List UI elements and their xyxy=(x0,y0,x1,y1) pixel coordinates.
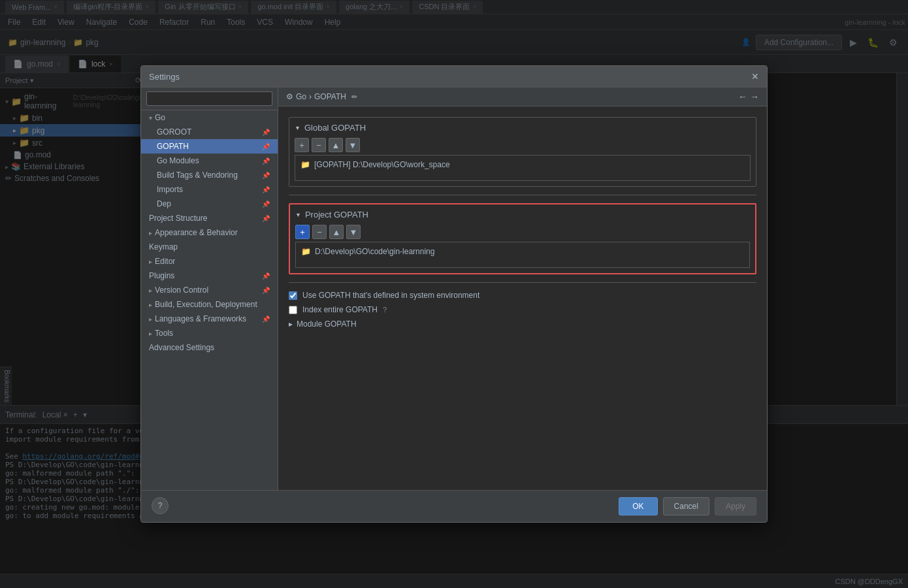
nav-plugins[interactable]: Plugins 📌 xyxy=(141,269,278,283)
vc-expand-icon: ▸ xyxy=(149,287,152,294)
settings-search-area xyxy=(141,88,278,110)
global-gopath-section: ▼ Global GOPATH + − ▲ ▼ 📁 [GOP xyxy=(289,117,756,187)
use-gopath-row: Use GOPATH that's defined in system envi… xyxy=(289,291,756,300)
breadcrumb-nav: ← → xyxy=(738,91,759,102)
nav-gomodules-label: Go Modules xyxy=(157,156,199,165)
settings-search-input[interactable] xyxy=(146,91,272,106)
global-gopath-list: 📁 [GOPATH] D:\Develop\GO\work_space xyxy=(295,155,751,181)
module-gopath-label: Module GOPATH xyxy=(297,319,357,329)
global-gopath-item[interactable]: 📁 [GOPATH] D:\Develop\GO\work_space xyxy=(298,158,747,171)
module-gopath-collapse-icon: ▸ xyxy=(289,319,293,329)
global-up-button[interactable]: ▲ xyxy=(329,138,343,152)
global-gopath-collapse-icon: ▼ xyxy=(295,125,300,131)
settings-dialog: Settings ✕ ▾ Go GOROOT 📌 GOPA xyxy=(140,65,768,523)
nav-dep[interactable]: Dep 📌 xyxy=(141,197,278,211)
nav-gopath-label: GOPATH xyxy=(157,142,189,151)
cancel-button[interactable]: Cancel xyxy=(663,497,709,515)
module-gopath-row[interactable]: ▸ Module GOPATH xyxy=(289,319,756,329)
editor-expand-icon: ▸ xyxy=(149,258,152,265)
project-gopath-collapse-icon: ▼ xyxy=(295,212,301,218)
global-gopath-toolbar: + − ▲ ▼ xyxy=(295,138,751,152)
project-up-button[interactable]: ▲ xyxy=(329,225,344,239)
dialog-footer: ? OK Cancel Apply xyxy=(141,490,767,522)
nav-editor-label: Editor xyxy=(155,257,175,266)
vc-pin-icon: 📌 xyxy=(262,287,270,294)
breadcrumb-edit-icon: ✏ xyxy=(351,93,357,101)
project-gopath-list: 📁 D:\Develop\GO\code\gin-learnning xyxy=(295,242,750,268)
breadcrumb-forward-button[interactable]: → xyxy=(750,91,759,102)
goroot-pin-icon: 📌 xyxy=(262,129,270,136)
help-button[interactable]: ? xyxy=(152,497,169,514)
project-gopath-section: ▼ Project GOPATH + − ▲ ▼ 📁 D:\ xyxy=(289,203,756,274)
settings-right-panel: ⚙ Go › GOPATH ✏ ← → ▼ xyxy=(278,88,767,490)
nav-buildtags[interactable]: Build Tags & Vendoring 📌 xyxy=(141,168,278,182)
nav-keymap[interactable]: Keymap xyxy=(141,240,278,254)
project-remove-button[interactable]: − xyxy=(312,225,327,239)
global-down-button[interactable]: ▼ xyxy=(346,138,360,152)
nav-imports-label: Imports xyxy=(157,185,183,194)
buildtags-pin-icon: 📌 xyxy=(262,172,270,179)
dialog-close-button[interactable]: ✕ xyxy=(751,71,759,82)
project-folder-icon: 📁 xyxy=(301,247,311,256)
global-gopath-title: Global GOPATH xyxy=(304,123,366,133)
nav-languages[interactable]: ▸ Languages & Frameworks 📌 xyxy=(141,312,278,326)
global-gopath-path: [GOPATH] D:\Develop\GO\work_space xyxy=(314,160,450,169)
project-gopath-path: D:\Develop\GO\code\gin-learnning xyxy=(315,247,434,256)
breadcrumb-go-icon: ⚙ xyxy=(286,92,293,101)
use-gopath-checkbox[interactable] xyxy=(289,291,297,300)
index-gopath-label: Index entire GOPATH xyxy=(302,305,378,314)
breadcrumb-back-button[interactable]: ← xyxy=(738,91,747,102)
nav-build-label: Build, Execution, Deployment xyxy=(155,300,257,309)
nav-appearance-label: Appearance & Behavior xyxy=(155,228,238,237)
nav-advanced-label: Advanced Settings xyxy=(149,343,214,352)
index-help-icon[interactable]: ? xyxy=(383,306,387,314)
global-remove-button[interactable]: − xyxy=(312,138,326,152)
imports-pin-icon: 📌 xyxy=(262,186,270,193)
nav-vc-label: Version Control xyxy=(155,286,208,295)
project-gopath-item[interactable]: 📁 D:\Develop\GO\code\gin-learnning xyxy=(299,245,747,258)
build-expand-icon: ▸ xyxy=(149,301,152,308)
nav-goroot-label: GOROOT xyxy=(157,127,191,137)
settings-nav-panel: ▾ Go GOROOT 📌 GOPATH 📌 Go Modules 📌 Buil… xyxy=(141,88,278,490)
breadcrumb-go: Go xyxy=(296,92,306,101)
use-gopath-label: Use GOPATH that's defined in system envi… xyxy=(302,291,479,300)
lang-expand-icon: ▸ xyxy=(149,316,152,323)
gomodules-pin-icon: 📌 xyxy=(262,157,270,165)
lang-pin-icon: 📌 xyxy=(262,316,270,323)
nav-editor[interactable]: ▸ Editor xyxy=(141,254,278,269)
global-gopath-title-row[interactable]: ▼ Global GOPATH xyxy=(295,123,751,133)
project-add-button[interactable]: + xyxy=(295,225,310,239)
nav-build-exec[interactable]: ▸ Build, Execution, Deployment xyxy=(141,297,278,312)
nav-tools-label: Tools xyxy=(155,329,173,338)
index-gopath-row: Index entire GOPATH ? xyxy=(289,305,756,314)
nav-dep-label: Dep xyxy=(157,199,171,208)
dialog-title: Settings xyxy=(149,72,180,82)
apply-button[interactable]: Apply xyxy=(715,497,756,515)
separator-1 xyxy=(289,195,756,195)
ok-button[interactable]: OK xyxy=(619,497,657,515)
nav-tools[interactable]: ▸ Tools xyxy=(141,326,278,340)
global-add-button[interactable]: + xyxy=(295,138,309,152)
nav-gomodules[interactable]: Go Modules 📌 xyxy=(141,154,278,168)
project-down-button[interactable]: ▼ xyxy=(346,225,361,239)
index-gopath-checkbox[interactable] xyxy=(289,306,297,314)
project-gopath-title-row[interactable]: ▼ Project GOPATH xyxy=(295,210,750,220)
nav-keymap-label: Keymap xyxy=(149,242,178,252)
project-structure-pin-icon: 📌 xyxy=(262,215,270,222)
dep-pin-icon: 📌 xyxy=(262,201,270,208)
plugins-pin-icon: 📌 xyxy=(262,272,270,280)
nav-imports[interactable]: Imports 📌 xyxy=(141,182,278,197)
nav-goroot[interactable]: GOROOT 📌 xyxy=(141,125,278,139)
nav-go[interactable]: ▾ Go xyxy=(141,110,278,125)
nav-version-control[interactable]: ▸ Version Control 📌 xyxy=(141,283,278,297)
nav-project-structure[interactable]: Project Structure 📌 xyxy=(141,211,278,225)
nav-gopath[interactable]: GOPATH 📌 xyxy=(141,139,278,154)
tools-expand-icon: ▸ xyxy=(149,330,152,337)
nav-buildtags-label: Build Tags & Vendoring xyxy=(157,171,238,180)
breadcrumb-gopath: GOPATH xyxy=(314,92,346,101)
nav-advanced[interactable]: Advanced Settings xyxy=(141,340,278,355)
nav-appearance[interactable]: ▸ Appearance & Behavior xyxy=(141,225,278,240)
appearance-expand-icon: ▸ xyxy=(149,229,152,237)
dialog-body: ▾ Go GOROOT 📌 GOPATH 📌 Go Modules 📌 Buil… xyxy=(141,88,767,490)
settings-main-content: ▼ Global GOPATH + − ▲ ▼ 📁 [GOP xyxy=(278,106,767,490)
